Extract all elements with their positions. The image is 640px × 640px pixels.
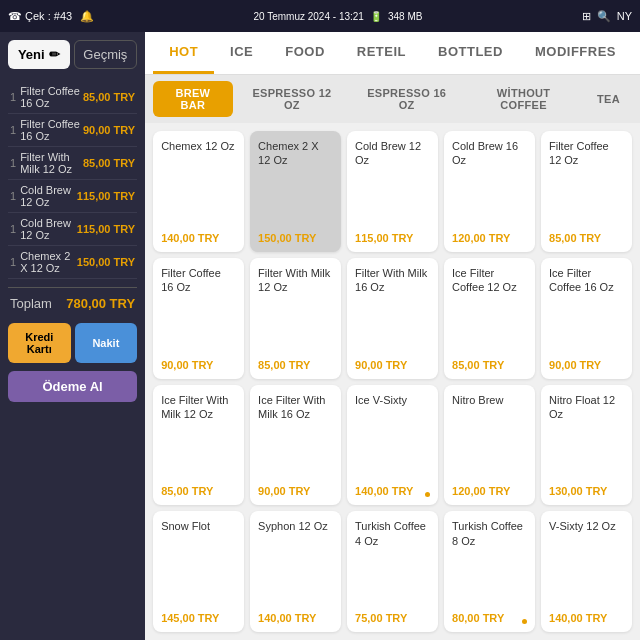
order-item: 1 Cold Brew 12 Oz 115,00 TRY bbox=[8, 180, 137, 213]
product-name: Filter With Milk 16 Oz bbox=[355, 266, 430, 295]
product-name: Ice Filter With Milk 16 Oz bbox=[258, 393, 333, 422]
product-price: 150,00 TRY bbox=[258, 232, 333, 244]
order-items-list: 1 Filter Coffee 16 Oz 85,00 TRY1 Filter … bbox=[8, 81, 137, 279]
product-card[interactable]: Turkish Coffee 4 Oz 75,00 TRY bbox=[347, 511, 438, 632]
product-card[interactable]: Chemex 12 Oz 140,00 TRY bbox=[153, 131, 244, 252]
item-price: 85,00 TRY bbox=[83, 157, 135, 169]
category-tabs: HOTICEFOODRETEILBOTTLEDMODIFFRES bbox=[145, 32, 640, 75]
status-center: 20 Temmuz 2024 - 13:21 🔋 348 MB bbox=[253, 11, 422, 22]
product-card[interactable]: Nitro Float 12 Oz 130,00 TRY bbox=[541, 385, 632, 506]
product-card[interactable]: Cold Brew 12 Oz 115,00 TRY bbox=[347, 131, 438, 252]
product-card[interactable]: Turkish Coffee 8 Oz 80,00 TRY bbox=[444, 511, 535, 632]
item-name: Filter Coffee 16 Oz bbox=[20, 118, 83, 142]
product-name: Chemex 2 X 12 Oz bbox=[258, 139, 333, 168]
product-price: 85,00 TRY bbox=[161, 485, 236, 497]
datetime-label: 20 Temmuz 2024 - 13:21 bbox=[253, 11, 363, 22]
cash-button[interactable]: Nakit bbox=[75, 323, 138, 363]
check-label: ☎ Çek : #43 bbox=[8, 10, 72, 23]
category-tab-reteil[interactable]: RETEIL bbox=[341, 32, 422, 74]
product-price: 120,00 TRY bbox=[452, 485, 527, 497]
product-price: 90,00 TRY bbox=[549, 359, 624, 371]
product-price: 85,00 TRY bbox=[549, 232, 624, 244]
category-tab-ice[interactable]: ICE bbox=[214, 32, 269, 74]
sub-tab-espresso-16-oz[interactable]: ESPRESSO 16 OZ bbox=[351, 81, 462, 117]
history-label: Geçmiş bbox=[83, 47, 127, 62]
sub-tab-wi̇thout-coffee[interactable]: WİTHOUT COFFEE bbox=[466, 81, 581, 117]
order-item: 1 Filter With Milk 12 Oz 85,00 TRY bbox=[8, 147, 137, 180]
product-card[interactable]: Filter With Milk 12 Oz 85,00 TRY bbox=[250, 258, 341, 379]
product-price: 80,00 TRY bbox=[452, 612, 527, 624]
product-name: Filter Coffee 12 Oz bbox=[549, 139, 624, 168]
product-card[interactable]: Filter With Milk 16 Oz 90,00 TRY bbox=[347, 258, 438, 379]
product-name: Cold Brew 12 Oz bbox=[355, 139, 430, 168]
sub-tab-tea[interactable]: TEA bbox=[585, 81, 632, 117]
product-name: Chemex 12 Oz bbox=[161, 139, 236, 153]
search-icon[interactable]: 🔍 bbox=[597, 10, 611, 23]
product-card[interactable]: Filter Coffee 12 Oz 85,00 TRY bbox=[541, 131, 632, 252]
product-name: Turkish Coffee 8 Oz bbox=[452, 519, 527, 548]
product-name: Filter Coffee 16 Oz bbox=[161, 266, 236, 295]
product-card[interactable]: Chemex 2 X 12 Oz 150,00 TRY bbox=[250, 131, 341, 252]
bell-icon: 🔔 bbox=[80, 10, 94, 23]
product-price: 90,00 TRY bbox=[355, 359, 430, 371]
product-name: Turkish Coffee 4 Oz bbox=[355, 519, 430, 548]
product-name: Syphon 12 Oz bbox=[258, 519, 333, 533]
product-price: 90,00 TRY bbox=[161, 359, 236, 371]
user-icon[interactable]: NY bbox=[617, 10, 632, 22]
product-price: 85,00 TRY bbox=[258, 359, 333, 371]
item-name: Cold Brew 12 Oz bbox=[20, 184, 77, 208]
product-name: Filter With Milk 12 Oz bbox=[258, 266, 333, 295]
status-left: ☎ Çek : #43 🔔 bbox=[8, 10, 94, 23]
product-card[interactable]: Ice Filter With Milk 12 Oz 85,00 TRY bbox=[153, 385, 244, 506]
edit-icon: ✏ bbox=[49, 47, 60, 62]
product-card[interactable]: Ice Filter With Milk 16 Oz 90,00 TRY bbox=[250, 385, 341, 506]
product-price: 140,00 TRY bbox=[355, 485, 430, 497]
category-tab-modiffres[interactable]: MODIFFRES bbox=[519, 32, 632, 74]
item-price: 115,00 TRY bbox=[77, 223, 135, 235]
product-name: Ice Filter Coffee 12 Oz bbox=[452, 266, 527, 295]
sub-tab-espresso-12-oz[interactable]: ESPRESSO 12 OZ bbox=[237, 81, 348, 117]
status-right: ⊞ 🔍 NY bbox=[582, 10, 632, 23]
item-qty: 1 bbox=[10, 223, 16, 235]
item-price: 85,00 TRY bbox=[83, 91, 135, 103]
item-qty: 1 bbox=[10, 190, 16, 202]
product-card[interactable]: Ice Filter Coffee 12 Oz 85,00 TRY bbox=[444, 258, 535, 379]
product-name: Ice V-Sixty bbox=[355, 393, 430, 407]
sidebar: Yeni ✏ Geçmiş 1 Filter Coffee 16 Oz 85,0… bbox=[0, 32, 145, 640]
credit-card-button[interactable]: Kredi Kartı bbox=[8, 323, 71, 363]
item-name: Chemex 2 X 12 Oz bbox=[20, 250, 77, 274]
product-price: 145,00 TRY bbox=[161, 612, 236, 624]
status-bar: ☎ Çek : #43 🔔 20 Temmuz 2024 - 13:21 🔋 3… bbox=[0, 0, 640, 32]
pay-button[interactable]: Ödeme Al bbox=[8, 371, 137, 402]
total-row: Toplam 780,00 TRY bbox=[8, 287, 137, 315]
total-label: Toplam bbox=[10, 296, 52, 311]
product-card[interactable]: Filter Coffee 16 Oz 90,00 TRY bbox=[153, 258, 244, 379]
product-name: Ice Filter Coffee 16 Oz bbox=[549, 266, 624, 295]
new-button[interactable]: Yeni ✏ bbox=[8, 40, 70, 69]
grid-icon[interactable]: ⊞ bbox=[582, 10, 591, 23]
product-card[interactable]: Cold Brew 16 Oz 120,00 TRY bbox=[444, 131, 535, 252]
category-tab-hot[interactable]: HOT bbox=[153, 32, 214, 74]
product-card[interactable]: Ice V-Sixty 140,00 TRY bbox=[347, 385, 438, 506]
category-tab-bottled[interactable]: BOTTLED bbox=[422, 32, 519, 74]
product-price: 115,00 TRY bbox=[355, 232, 430, 244]
product-card[interactable]: Ice Filter Coffee 16 Oz 90,00 TRY bbox=[541, 258, 632, 379]
product-price: 140,00 TRY bbox=[549, 612, 624, 624]
sub-tab-brew-bar[interactable]: BREW BAR bbox=[153, 81, 232, 117]
category-tab-food[interactable]: FOOD bbox=[269, 32, 341, 74]
product-card[interactable]: V-Sixty 12 Oz 140,00 TRY bbox=[541, 511, 632, 632]
new-label: Yeni bbox=[18, 47, 45, 62]
item-qty: 1 bbox=[10, 91, 16, 103]
product-price: 140,00 TRY bbox=[258, 612, 333, 624]
total-price: 780,00 TRY bbox=[66, 296, 135, 311]
item-qty: 1 bbox=[10, 124, 16, 136]
product-card[interactable]: Nitro Brew 120,00 TRY bbox=[444, 385, 535, 506]
product-card[interactable]: Syphon 12 Oz 140,00 TRY bbox=[250, 511, 341, 632]
item-name: Filter With Milk 12 Oz bbox=[20, 151, 83, 175]
history-button[interactable]: Geçmiş bbox=[74, 40, 138, 69]
order-item: 1 Chemex 2 X 12 Oz 150,00 TRY bbox=[8, 246, 137, 279]
item-price: 115,00 TRY bbox=[77, 190, 135, 202]
product-price: 140,00 TRY bbox=[161, 232, 236, 244]
product-card[interactable]: Snow Flot 145,00 TRY bbox=[153, 511, 244, 632]
product-name: Nitro Brew bbox=[452, 393, 527, 407]
